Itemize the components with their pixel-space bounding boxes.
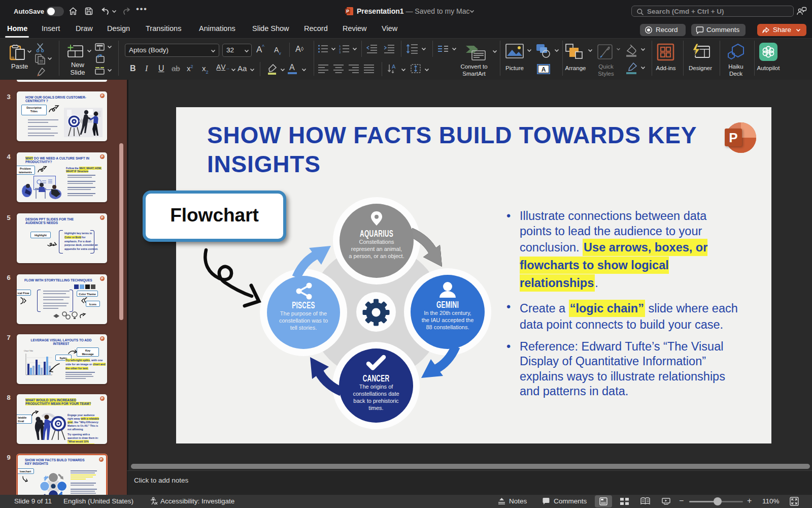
svg-text:In the 20th century,: In the 20th century, xyxy=(424,310,471,316)
svg-text:88 constellations.: 88 constellations. xyxy=(426,324,469,330)
svg-text:The purpose of the: The purpose of the xyxy=(280,310,327,316)
svg-text:PISCES: PISCES xyxy=(292,300,315,310)
svg-text:constellation was to: constellation was to xyxy=(279,318,328,324)
svg-text:The origins of: The origins of xyxy=(359,384,394,390)
svg-text:Constellations: Constellations xyxy=(359,239,394,245)
svg-text:a person, or an object.: a person, or an object. xyxy=(349,253,404,259)
svg-text:back to prehistoric: back to prehistoric xyxy=(353,398,399,404)
svg-text:CANCER: CANCER xyxy=(363,373,390,383)
svg-text:GEMINI: GEMINI xyxy=(436,299,459,309)
svg-text:P: P xyxy=(346,9,349,14)
svg-text:AQUARIUS: AQUARIUS xyxy=(360,228,393,238)
svg-text:constellations date: constellations date xyxy=(353,391,399,397)
svg-text:times.: times. xyxy=(368,405,383,411)
svg-text:the IAU accepted the: the IAU accepted the xyxy=(422,317,474,323)
svg-text:A: A xyxy=(542,66,546,73)
svg-text:3: 3 xyxy=(339,51,341,53)
svg-text:A: A xyxy=(392,64,396,70)
svg-text:represent an animal,: represent an animal, xyxy=(351,246,402,252)
svg-text:P: P xyxy=(729,130,737,145)
svg-text:tell stories.: tell stories. xyxy=(290,325,317,331)
